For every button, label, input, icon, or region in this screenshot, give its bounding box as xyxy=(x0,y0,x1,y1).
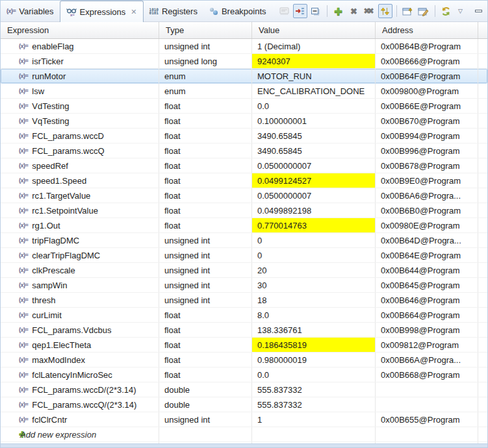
column-header-expression[interactable]: Expression xyxy=(1,22,159,38)
table-row[interactable]: (x)=FCL_params.wccQ/(2*3.14)double555.83… xyxy=(1,397,487,412)
value-cell[interactable]: 138.336761 xyxy=(252,323,376,337)
table-row[interactable]: (x)=clearTripFlagDMCunsigned int00x00B64… xyxy=(1,248,487,263)
view-menu-button[interactable]: ▽ xyxy=(454,4,468,18)
expression-cell[interactable]: (x)=speed1.Speed xyxy=(1,173,159,188)
expression-cell[interactable]: (x)=isrTicker xyxy=(1,54,159,68)
value-cell[interactable]: ENC_CALIBRATION_DONE xyxy=(252,84,376,98)
table-row[interactable]: (x)=enableFlagunsigned int1 (Decimal)0x0… xyxy=(1,39,487,54)
value-cell[interactable]: 0 xyxy=(252,233,376,247)
value-cell-highlighted[interactable]: 9240307 xyxy=(252,54,376,68)
expression-cell[interactable]: (x)=thresh xyxy=(1,293,159,307)
tab-breakpoints[interactable]: Breakpoints xyxy=(203,1,272,21)
remove-expression-button[interactable]: ✖ xyxy=(347,4,361,18)
table-row[interactable]: (x)=FCL_params.wccQfloat3490.658450x00B9… xyxy=(1,143,487,158)
remove-all-expressions-button[interactable]: ✖✖ xyxy=(363,4,377,18)
expression-cell[interactable]: (x)=runMotor xyxy=(1,69,159,83)
edit-expression-button[interactable] xyxy=(417,4,431,18)
column-header-value[interactable]: Value xyxy=(252,22,376,38)
expression-cell[interactable]: (x)=rc1.SetpointValue xyxy=(1,203,159,218)
table-row[interactable]: (x)=threshunsigned int180x00B646@Program xyxy=(1,293,487,308)
expression-cell[interactable]: (x)=clearTripFlagDMC xyxy=(1,248,159,262)
expression-cell[interactable]: (x)=FCL_params.wccQ xyxy=(1,143,159,158)
value-cell[interactable]: 1 (Decimal) xyxy=(252,39,376,53)
table-row[interactable]: (x)=curLimitfloat8.00x00B664@Program xyxy=(1,308,487,323)
add-expression-button[interactable]: ✚ xyxy=(331,4,346,18)
value-cell[interactable]: 0.0500000007 xyxy=(252,188,376,203)
value-cell[interactable]: 555.837332 xyxy=(252,382,376,397)
continuous-refresh-button[interactable] xyxy=(378,4,392,18)
expression-cell[interactable]: (x)=fclClrCntr xyxy=(1,412,159,427)
expression-cell[interactable]: (x)=clkPrescale xyxy=(1,263,159,277)
value-cell[interactable]: 0 xyxy=(252,248,376,262)
show-logical-structure-button[interactable] xyxy=(293,4,307,18)
value-cell[interactable]: 0.980000019 xyxy=(252,353,376,367)
value-cell[interactable]: 0.0 xyxy=(252,367,376,382)
value-cell[interactable]: 0.0 xyxy=(252,99,376,113)
expression-cell[interactable]: (x)=VqTesting xyxy=(1,114,159,128)
table-row[interactable]: (x)=FCL_params.wccDfloat3490.658450x00B9… xyxy=(1,129,487,143)
table-row[interactable]: (x)=lswenum ENC_CALIBRATION_DONE0x009800… xyxy=(1,84,487,99)
value-cell-highlighted[interactable]: 0.186435819 xyxy=(252,338,376,352)
value-cell[interactable]: MOTOR_RUN xyxy=(252,69,376,83)
table-row[interactable]: (x)=speedReffloat0.05000000070x00B678@Pr… xyxy=(1,158,487,173)
table-row[interactable]: (x)=speed1.Speedfloat0.04991245270x00B9E… xyxy=(1,173,487,188)
add-expression-cell[interactable]: ✚Add new expression xyxy=(1,427,159,442)
expression-cell[interactable]: (x)=enableFlag xyxy=(1,39,159,53)
column-header-type[interactable]: Type xyxy=(159,22,252,38)
expression-cell[interactable]: (x)=tripFlagDMC xyxy=(1,233,159,247)
collapse-all-button[interactable] xyxy=(309,4,323,18)
minimize-button[interactable] xyxy=(472,4,486,18)
table-row[interactable]: (x)=rg1.Outfloat0.7700147630x00980E@Prog… xyxy=(1,218,487,233)
expression-cell[interactable]: (x)=FCL_params.wccD/(2*3.14) xyxy=(1,382,159,397)
tab-variables[interactable]: (x)=Variables xyxy=(1,1,60,21)
table-row[interactable]: (x)=FCL_params.wccD/(2*3.14)double555.83… xyxy=(1,382,487,397)
expression-cell[interactable]: (x)=rg1.Out xyxy=(1,218,159,232)
expression-cell[interactable]: (x)=fclLatencyInMicroSec xyxy=(1,367,159,382)
value-cell[interactable]: 555.837332 xyxy=(252,397,376,412)
expression-cell[interactable]: (x)=qep1.ElecTheta xyxy=(1,338,159,352)
value-cell[interactable]: 0.100000001 xyxy=(252,114,376,128)
table-row[interactable]: (x)=tripFlagDMCunsigned int00x00B64D@Pro… xyxy=(1,233,487,248)
close-icon[interactable]: ✕ xyxy=(131,8,136,16)
tab-registers[interactable]: 10100101Registers xyxy=(144,1,203,21)
table-row[interactable]: (x)=rc1.SetpointValuefloat0.04998921980x… xyxy=(1,203,487,218)
expression-cell[interactable]: (x)=lsw xyxy=(1,84,159,98)
expression-cell[interactable]: (x)=FCL_params.Vdcbus xyxy=(1,323,159,337)
table-row[interactable]: (x)=FCL_params.Vdcbusfloat138.3367610x00… xyxy=(1,323,487,338)
new-view-button[interactable] xyxy=(401,4,415,18)
table-row[interactable]: (x)=isrTickerunsigned long92403070x00B66… xyxy=(1,54,487,69)
value-cell[interactable]: 20 xyxy=(252,263,376,277)
refresh-button[interactable] xyxy=(439,4,454,18)
value-cell[interactable]: 18 xyxy=(252,293,376,307)
expression-cell[interactable]: (x)=FCL_params.wccD xyxy=(1,129,159,143)
expression-cell[interactable]: (x)=sampWin xyxy=(1,278,159,292)
table-row[interactable]: (x)=fclClrCntrunsigned int10x00B655@Prog… xyxy=(1,412,487,427)
value-cell-highlighted[interactable]: 0.770014763 xyxy=(252,218,376,232)
table-row[interactable]: (x)=fclLatencyInMicroSecfloat0.00x00B668… xyxy=(1,367,487,382)
column-header-address[interactable]: Address xyxy=(376,22,478,38)
value-cell[interactable]: 0.0499892198 xyxy=(252,203,376,218)
expression-cell[interactable]: (x)=FCL_params.wccQ/(2*3.14) xyxy=(1,397,159,412)
value-cell[interactable]: 0.0500000007 xyxy=(252,158,376,173)
value-cell-highlighted[interactable]: 0.0499124527 xyxy=(252,173,376,188)
expression-cell[interactable]: (x)=speedRef xyxy=(1,158,159,173)
value-cell[interactable]: 30 xyxy=(252,278,376,292)
table-row[interactable]: (x)=rc1.TargetValuefloat0.05000000070x00… xyxy=(1,188,487,203)
value-cell[interactable]: 3490.65845 xyxy=(252,129,376,143)
tab-expressions[interactable]: x=Expressions✕ xyxy=(60,1,144,22)
expression-cell[interactable]: (x)=curLimit xyxy=(1,308,159,322)
expression-cell[interactable]: (x)=VdTesting xyxy=(1,99,159,113)
add-new-expression-row[interactable]: ✚Add new expression xyxy=(1,427,487,442)
table-row[interactable]: (x)=VdTestingfloat0.00x00B66E@Program xyxy=(1,99,487,114)
expression-cell[interactable]: (x)=maxModIndex xyxy=(1,353,159,367)
table-row[interactable]: (x)=maxModIndexfloat0.9800000190x00B66A@… xyxy=(1,353,487,367)
table-row[interactable]: (x)=sampWinunsigned int300x00B645@Progra… xyxy=(1,278,487,293)
table-row[interactable]: (x)=runMotorenum MOTOR_RUN0x00B64F@Progr… xyxy=(1,69,487,84)
table-row[interactable]: (x)=clkPrescaleunsigned int200x00B644@Pr… xyxy=(1,263,487,278)
table-row[interactable]: (x)=VqTestingfloat0.1000000010x00B670@Pr… xyxy=(1,114,487,129)
value-cell[interactable]: 3490.65845 xyxy=(252,143,376,158)
value-cell[interactable]: 1 xyxy=(252,412,376,427)
expression-cell[interactable]: (x)=rc1.TargetValue xyxy=(1,188,159,203)
value-cell[interactable]: 8.0 xyxy=(252,308,376,322)
table-row[interactable]: (x)=qep1.ElecThetafloat0.1864358190x0098… xyxy=(1,338,487,353)
